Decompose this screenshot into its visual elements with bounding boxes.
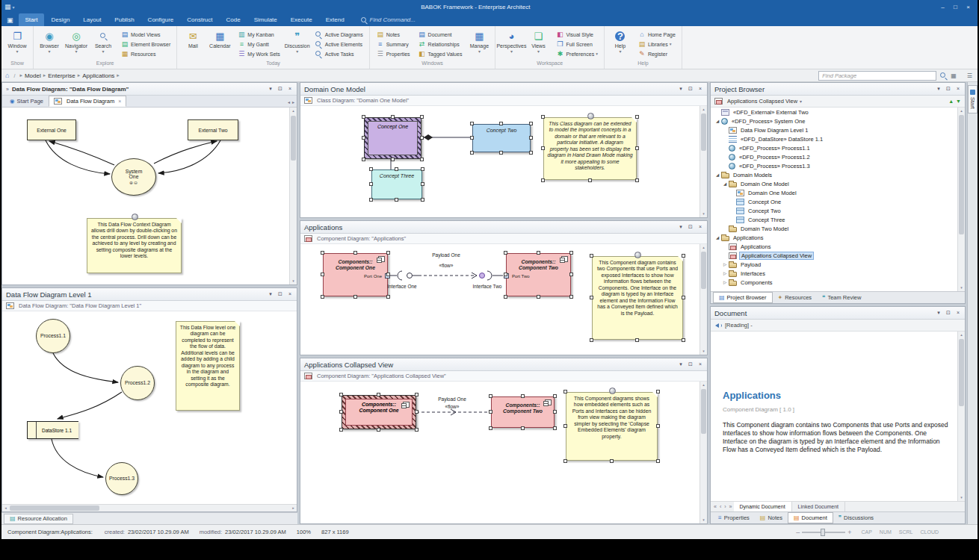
resources-button[interactable]: ▦Resources (118, 49, 173, 59)
selection-handle[interactable] (569, 251, 573, 255)
scroll-up-icon[interactable]: ▴ (700, 382, 707, 388)
horizontal-scrollbar[interactable]: ◂ ▸ (2, 504, 297, 511)
panel-menu-button[interactable]: ▾ (268, 291, 274, 297)
close-button[interactable]: × (955, 310, 961, 316)
scroll-up-icon[interactable]: ▴ (958, 332, 965, 338)
tree-item-interfaces[interactable]: ▷Interfaces (711, 269, 965, 278)
tab-resource-allocation[interactable]: ▤ Resource Allocation (4, 514, 73, 524)
tree-item-domain-one-model[interactable]: ◢Domain One Model (711, 179, 965, 188)
tree-item-domain-models[interactable]: ◢Domain Models (711, 170, 965, 179)
selection-handle[interactable] (610, 390, 614, 393)
selection-handle[interactable] (541, 178, 545, 182)
selection-handle[interactable] (362, 136, 365, 140)
find-package-input[interactable]: Find Package (818, 71, 936, 81)
close-button[interactable]: × (287, 291, 293, 297)
document-content[interactable]: Applications Component Diagram [ 1.0 ] T… (711, 332, 965, 501)
scrollbar-thumb[interactable] (10, 505, 99, 511)
selection-handle[interactable] (421, 198, 424, 202)
selection-handle[interactable] (369, 167, 373, 171)
element-external-two[interactable]: External Two (188, 119, 238, 140)
scrollbar-thumb[interactable] (959, 339, 964, 406)
zoom-slider[interactable] (802, 532, 845, 533)
tree-item-concept-one[interactable]: Concept One (711, 197, 965, 206)
panel-menu-button[interactable]: ▾ (678, 86, 684, 92)
home-page-button[interactable]: ⌂Home Page (635, 30, 678, 40)
selection-handle[interactable] (415, 393, 419, 396)
selection-handle[interactable] (569, 273, 573, 276)
zoom-slider-thumb[interactable] (821, 529, 825, 536)
active-tasks-button[interactable]: Active Tasks (312, 49, 365, 59)
ribbon-tab-code[interactable]: Code (220, 13, 247, 26)
pin-button[interactable]: ⊡ (688, 86, 694, 92)
selection-handle[interactable] (553, 410, 557, 414)
relationships-button[interactable]: ⇄Relationships (416, 40, 465, 49)
selection-handle[interactable] (635, 338, 639, 342)
selection-handle[interactable] (362, 158, 365, 161)
libraries-button[interactable]: ▤Libraries▾ (635, 40, 678, 49)
selection-handle[interactable] (386, 273, 390, 276)
selection-handle[interactable] (499, 151, 503, 155)
mail-button[interactable]: ✉Mail (179, 28, 206, 60)
element-system-one[interactable]: System One ⊕⊖ (111, 158, 156, 196)
interface-one-label[interactable]: Interface One (378, 284, 426, 289)
minimize-button[interactable]: – (936, 4, 949, 10)
tab-scroll-left-icon[interactable]: ◂ (288, 99, 290, 105)
views-button[interactable]: ❏Views▾ (525, 28, 552, 60)
ribbon-tab-execute[interactable]: Execute (284, 13, 319, 26)
scroll-up-icon[interactable]: ▴ (290, 108, 297, 114)
selection-handle[interactable] (635, 254, 639, 258)
selection-handle[interactable] (321, 251, 324, 255)
menu-icon[interactable]: ☰ (967, 72, 972, 79)
selection-handle[interactable] (420, 158, 424, 161)
selection-handle[interactable] (590, 338, 593, 342)
tree-item-concept-three[interactable]: Concept Three (711, 215, 965, 224)
tree-item-dfd-datastore-datastore-1-1[interactable]: «DFD_DataStore» DataStore 1.1 (711, 134, 965, 143)
selection-handle[interactable] (553, 426, 557, 430)
element-concept-three[interactable]: Concept Three (371, 169, 422, 199)
scroll-down-icon[interactable]: ▾ (958, 284, 965, 291)
tab-resources[interactable]: ✦Resources (773, 292, 818, 303)
element-process-1-1[interactable]: Process1.1 (36, 319, 70, 353)
tagged-values-button[interactable]: ◧Tagged Values (416, 49, 465, 59)
expand-icon[interactable]: ◢ (714, 235, 721, 240)
scrollbar-thumb[interactable] (701, 113, 706, 151)
selection-handle[interactable] (635, 115, 639, 119)
vertical-scrollbar[interactable]: ▴ ▾ (957, 108, 965, 291)
selection-handle[interactable] (415, 410, 419, 414)
interface-two-label[interactable]: Interface Two (463, 284, 511, 289)
selection-handle[interactable] (635, 146, 639, 150)
breadcrumb-item-enterprise[interactable]: Enterprise (48, 72, 75, 79)
tree-item-components[interactable]: ▷Components (711, 278, 965, 287)
close-icon[interactable]: × (118, 99, 121, 104)
help-button[interactable]: ?Help▾ (607, 28, 634, 60)
selection-handle[interactable] (569, 295, 573, 299)
selection-handle[interactable] (682, 254, 685, 258)
selection-handle[interactable] (353, 251, 357, 255)
selection-handle[interactable] (563, 424, 567, 428)
selection-handle[interactable] (537, 295, 540, 299)
selection-handle[interactable] (489, 410, 492, 414)
selection-handle[interactable] (682, 296, 685, 299)
selection-handle[interactable] (420, 136, 424, 140)
scroll-left-icon[interactable]: ◂ (2, 505, 9, 511)
chevron-double-icon[interactable]: » (6, 87, 9, 92)
scrollbar-thumb[interactable] (701, 252, 706, 289)
selection-handle[interactable] (541, 115, 545, 119)
pin-button[interactable]: ⊡ (277, 86, 283, 92)
selection-handle[interactable] (489, 426, 492, 430)
composite-diagram-icon[interactable]: ⊕⊖ (129, 181, 138, 186)
selection-handle[interactable] (529, 122, 533, 125)
document-button[interactable]: ▤Document (416, 30, 465, 40)
element-external-one[interactable]: External One (27, 119, 76, 140)
selection-handle[interactable] (656, 390, 660, 393)
panel-menu-button[interactable]: ▾ (678, 224, 684, 230)
expand-icon[interactable]: ◢ (714, 119, 721, 123)
selection-handle[interactable] (395, 167, 398, 171)
tab-dynamic-document[interactable]: Dynamic Document (734, 502, 792, 511)
element-component-one[interactable]: Components:: Component One Port One (323, 253, 388, 296)
selection-handle[interactable] (590, 254, 593, 258)
selection-handle[interactable] (656, 424, 660, 428)
flow-payload-label[interactable]: Payload One (426, 396, 478, 402)
close-button[interactable]: × (955, 86, 961, 92)
nav-first-icon[interactable]: « (712, 502, 718, 511)
